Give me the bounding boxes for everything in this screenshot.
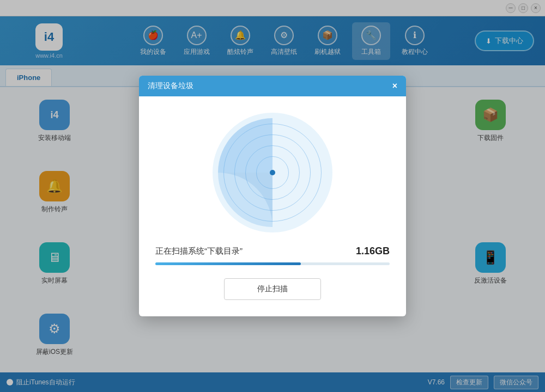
stop-scan-button[interactable]: 停止扫描: [224, 278, 321, 300]
modal-close-button[interactable]: ×: [392, 82, 397, 90]
modal-overlay: 清理设备垃圾 ×: [0, 0, 545, 392]
modal-title: 清理设备垃圾: [148, 81, 193, 91]
progress-bar-background: [155, 262, 390, 265]
scan-size-value: 1.16GB: [356, 246, 390, 257]
radar-graphic: [213, 113, 332, 232]
scan-modal: 清理设备垃圾 ×: [139, 76, 406, 316]
radar-dot: [270, 170, 275, 175]
scan-status-text: 正在扫描系统“下载目录”: [155, 246, 243, 256]
modal-header: 清理设备垃圾 ×: [139, 76, 406, 96]
progress-bar-fill: [155, 262, 301, 265]
modal-body: 正在扫描系统“下载目录” 1.16GB 停止扫描: [139, 96, 406, 316]
scan-status-area: 正在扫描系统“下载目录” 1.16GB: [155, 246, 390, 257]
